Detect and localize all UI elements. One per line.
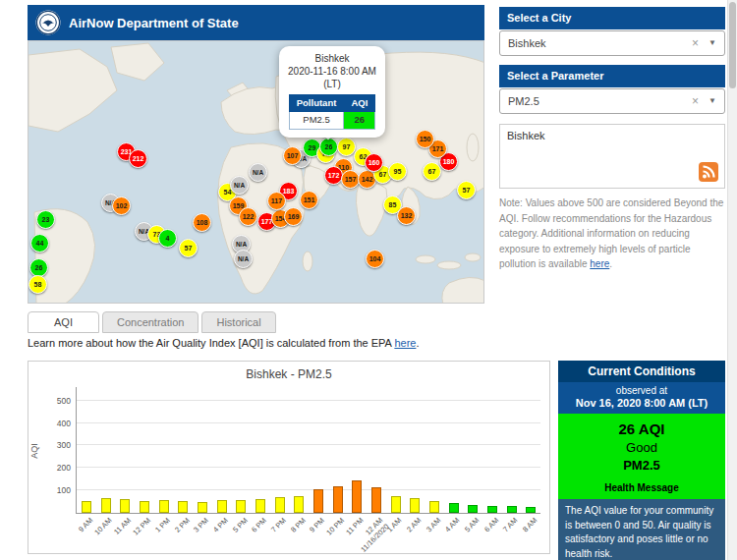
aqi-marker[interactable]: 169	[284, 207, 303, 226]
aqi-marker[interactable]: 57	[457, 181, 476, 199]
tab-concentration[interactable]: Concentration	[102, 311, 199, 333]
page: AirNow Department of State	[0, 0, 737, 560]
x-axis-label: 2 PM	[173, 516, 192, 534]
scrollbar-thumb[interactable]	[729, 2, 736, 88]
aqi-bar[interactable]	[391, 496, 401, 513]
aqi-marker[interactable]: 104	[366, 250, 384, 268]
observed-at-block: observed at Nov 16, 2020 8:00 AM (LT)	[558, 382, 725, 414]
aqi-marker[interactable]: 117	[267, 192, 286, 210]
parameter-select[interactable]: PM2.5 × ▼	[499, 88, 725, 114]
aqi-bar[interactable]	[526, 507, 536, 513]
x-axis-label: 1 PM	[153, 516, 172, 534]
epa-here-link[interactable]: here	[394, 337, 416, 349]
aqi-bar[interactable]	[82, 501, 91, 513]
y-axis-tick: 400	[39, 419, 71, 428]
aqi-bar[interactable]	[449, 503, 459, 514]
city-clear-icon[interactable]: ×	[692, 31, 699, 55]
aqi-marker[interactable]: 23	[36, 210, 55, 229]
aqi-bar[interactable]	[217, 500, 227, 513]
learn-more-before: Learn more about how the Air Quality Ind…	[28, 337, 394, 349]
aqi-bar[interactable]	[429, 501, 439, 513]
parameter-clear-icon[interactable]: ×	[692, 89, 699, 113]
popup-datetime: 2020-11-16 8:00 AM	[283, 65, 381, 78]
note-text: Note: Values above 500 are considered Be…	[499, 196, 725, 272]
chart-title: Bishkek - PM2.5	[28, 367, 549, 381]
aqi-bar[interactable]	[371, 487, 381, 513]
aqi-marker[interactable]: 102	[112, 196, 131, 215]
select-city-header: Select a City	[499, 7, 725, 29]
parameter-chevron-down-icon[interactable]: ▼	[709, 89, 716, 113]
x-axis-label: 4 PM	[211, 516, 230, 534]
city-chevron-down-icon[interactable]: ▼	[709, 31, 716, 55]
aqi-marker[interactable]: 58	[28, 275, 47, 294]
popup-aqi-value: 26	[344, 112, 375, 129]
aqi-marker[interactable]: 150	[416, 130, 434, 148]
aqi-bar[interactable]	[352, 480, 362, 513]
aqi-bar[interactable]	[255, 499, 265, 513]
aqi-bar[interactable]	[487, 506, 497, 513]
aqi-bar[interactable]	[140, 501, 149, 513]
page-scrollbar[interactable]	[727, 0, 737, 560]
x-axis-label: 1 AM	[385, 516, 404, 534]
aqi-bar[interactable]	[333, 486, 343, 513]
aqi-bar[interactable]	[468, 505, 478, 513]
aqi-marker[interactable]: 57	[179, 239, 198, 257]
aqi-bar[interactable]	[236, 500, 246, 513]
app-header: AirNow Department of State	[28, 5, 484, 40]
aqi-bar[interactable]	[120, 499, 130, 513]
aqi-marker[interactable]: N/A	[234, 250, 253, 268]
app-title: AirNow Department of State	[69, 16, 239, 30]
aqi-bar[interactable]	[410, 498, 420, 513]
popup-col-pollutant: Pollutant	[289, 95, 344, 112]
popup-table: Pollutant AQI PM2.5 26	[289, 94, 376, 130]
aqi-marker[interactable]: 212	[129, 149, 147, 168]
feed-city-label: Bishkek	[507, 130, 545, 141]
y-axis-tick: 200	[39, 463, 71, 473]
rss-icon[interactable]	[699, 162, 718, 182]
aqi-marker[interactable]: 26	[319, 138, 338, 156]
aqi-bar[interactable]	[178, 501, 188, 513]
dos-seal-logo	[35, 10, 61, 35]
x-axis-label: 8 PM	[289, 516, 308, 534]
aqi-marker[interactable]: N/A	[249, 163, 267, 182]
aqi-bar[interactable]	[198, 502, 207, 513]
aqi-marker[interactable]: 160	[365, 153, 383, 172]
current-conditions-title: Current Conditions	[558, 361, 725, 382]
aqi-marker[interactable]: 107	[283, 146, 302, 165]
aqi-marker[interactable]: 108	[193, 213, 211, 232]
popup-city: Bishkek	[283, 52, 381, 65]
aqi-marker[interactable]: 97	[337, 138, 356, 156]
aqi-bar[interactable]	[101, 498, 111, 513]
tab-historical[interactable]: Historical	[201, 311, 275, 333]
aqi-marker[interactable]: 95	[388, 162, 407, 181]
aqi-bar[interactable]	[159, 500, 169, 513]
learn-more-after: .	[416, 337, 419, 349]
aqi-marker[interactable]: N/A	[230, 176, 249, 195]
x-axis-label: 10 AM	[92, 516, 114, 537]
aqi-marker[interactable]: 4	[158, 229, 177, 248]
world-map[interactable]: 23442658231212N/A102N/A7345710854N/A1591…	[28, 40, 484, 304]
tab-bar: AQI Concentration Historical	[28, 311, 276, 333]
x-axis-label: 6 PM	[250, 516, 268, 534]
x-axis-label: 9 AM	[77, 516, 95, 534]
aqi-chart: Bishkek - PM2.5 AQI 1002003004005009 AM1…	[28, 361, 550, 554]
aqi-marker[interactable]: 122	[239, 207, 257, 226]
aqi-marker[interactable]: 44	[30, 234, 49, 252]
tab-aqi[interactable]: AQI	[28, 311, 99, 333]
aqi-marker[interactable]: 132	[397, 206, 416, 225]
aqi-bar[interactable]	[294, 496, 304, 513]
gridline	[77, 467, 540, 468]
aqi-bar[interactable]	[507, 506, 517, 513]
city-select[interactable]: Bishkek × ▼	[499, 30, 725, 56]
aqi-bar[interactable]	[313, 489, 323, 513]
aqi-marker[interactable]: 67	[423, 162, 441, 181]
x-axis-label: 2 AM	[405, 516, 424, 534]
x-axis-label: 7 AM	[501, 516, 520, 534]
gridline	[77, 400, 540, 401]
aqi-bar[interactable]	[275, 497, 285, 513]
aqi-marker[interactable]: 172	[324, 166, 343, 185]
aqi-marker[interactable]: 151	[300, 191, 318, 209]
parameter-select-value: PM2.5	[508, 95, 539, 107]
health-message-text: The AQI value for your community is betw…	[558, 499, 725, 560]
note-here-link[interactable]: here	[590, 258, 609, 269]
